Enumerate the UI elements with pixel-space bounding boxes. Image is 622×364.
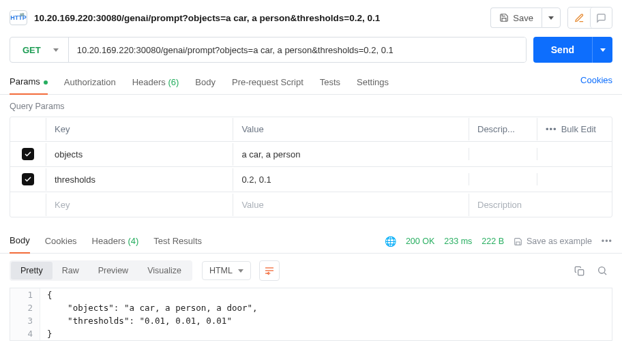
params-modified-indicator: [44, 80, 48, 85]
request-tab-title: 10.20.169.220:30080/genai/prompt?objects…: [34, 13, 484, 23]
search-response-button[interactable]: [592, 260, 612, 281]
svg-line-4: [604, 273, 606, 275]
search-icon: [597, 265, 608, 276]
column-header-key: Key: [46, 118, 233, 140]
tab-tests[interactable]: Tests: [320, 73, 340, 94]
tab-body[interactable]: Body: [195, 73, 216, 94]
send-dropdown[interactable]: [592, 37, 612, 63]
save-as-example-button[interactable]: Save as example: [514, 237, 592, 246]
headers-count: (4): [128, 236, 138, 246]
wrap-icon: [264, 266, 275, 275]
tab-authorization[interactable]: Authorization: [64, 73, 116, 94]
code-line[interactable]: {: [40, 288, 612, 301]
http-method-value: GET: [23, 45, 41, 55]
response-body-code: 1{ 2 "objects": "a car, a person, a door…: [10, 288, 612, 341]
code-line[interactable]: "thresholds": "0.01, 0.01, 0.01": [40, 314, 612, 327]
save-button-label: Save: [513, 13, 533, 23]
row-checkbox[interactable]: [22, 148, 34, 160]
edit-button[interactable]: [568, 7, 590, 28]
svg-point-3: [599, 267, 605, 273]
param-desc-input[interactable]: Description: [469, 194, 612, 216]
copy-response-button[interactable]: [569, 260, 589, 281]
save-icon: [514, 237, 522, 246]
param-value-input[interactable]: Value: [233, 194, 469, 216]
save-button-group: Save: [490, 7, 561, 28]
more-options-icon[interactable]: •••: [546, 124, 557, 134]
response-tab-cookies[interactable]: Cookies: [45, 230, 77, 253]
param-key-input[interactable]: Key: [46, 194, 233, 216]
cookies-link[interactable]: Cookies: [580, 75, 612, 92]
tab-label: Params: [10, 76, 40, 87]
tab-label: Headers: [132, 77, 166, 87]
code-line[interactable]: }: [40, 327, 612, 340]
param-key-cell[interactable]: thresholds: [46, 168, 233, 191]
table-header-row: Key Value Descrip... ••• Bulk Edit: [10, 117, 612, 142]
chevron-down-icon: [600, 48, 606, 52]
check-icon: [24, 175, 32, 183]
query-params-section-label: Query Params: [0, 95, 622, 117]
row-checkbox[interactable]: [22, 173, 34, 185]
http-method-badge: HTTP: [10, 10, 27, 25]
view-preview[interactable]: Preview: [89, 262, 138, 279]
table-row-new: Key Value Description: [10, 192, 612, 217]
response-tab-test-results[interactable]: Test Results: [153, 230, 202, 253]
request-url-input[interactable]: [69, 37, 526, 62]
view-mode-segmented: Pretty Raw Preview Visualize: [10, 260, 192, 281]
save-dropdown[interactable]: [542, 7, 561, 28]
tab-prerequest-script[interactable]: Pre-request Script: [232, 73, 303, 94]
copy-icon: [574, 266, 584, 276]
param-key-cell[interactable]: objects: [46, 143, 233, 166]
query-params-table: Key Value Descrip... ••• Bulk Edit objec…: [10, 117, 612, 217]
http-method-select[interactable]: GET: [10, 37, 69, 62]
view-raw[interactable]: Raw: [53, 262, 89, 279]
comment-icon: [596, 13, 606, 23]
param-desc-cell[interactable]: [469, 173, 537, 185]
response-language-value: HTML: [209, 266, 233, 275]
response-tab-body[interactable]: Body: [10, 230, 30, 254]
tab-headers[interactable]: Headers (6): [132, 73, 179, 94]
svg-rect-2: [578, 269, 583, 275]
table-row: thresholds 0.2, 0.1: [10, 167, 612, 192]
column-header-value: Value: [233, 118, 469, 140]
param-value-cell[interactable]: a car, a person: [233, 143, 469, 166]
save-button[interactable]: Save: [490, 7, 542, 28]
wrap-lines-button[interactable]: [259, 260, 280, 281]
globe-icon[interactable]: 🌐: [385, 236, 396, 247]
tab-settings[interactable]: Settings: [357, 73, 389, 94]
line-number: 4: [10, 327, 40, 340]
code-line[interactable]: "objects": "a car, a person, a door",: [40, 301, 612, 314]
response-status: 200 OK: [406, 237, 434, 246]
response-size: 222 B: [482, 237, 504, 246]
view-pretty[interactable]: Pretty: [11, 262, 53, 279]
send-button[interactable]: Send: [533, 37, 592, 63]
response-language-select[interactable]: HTML: [202, 261, 251, 280]
pencil-icon: [574, 13, 584, 23]
headers-count: (6): [168, 77, 179, 87]
line-number: 1: [10, 288, 40, 301]
comment-button[interactable]: [590, 7, 612, 28]
chevron-down-icon: [548, 16, 554, 20]
bulk-edit-link[interactable]: Bulk Edit: [561, 124, 596, 134]
tab-params[interactable]: Params: [10, 72, 48, 95]
chevron-down-icon: [238, 269, 243, 273]
tab-label: Headers: [92, 236, 125, 246]
view-visualize[interactable]: Visualize: [138, 262, 191, 279]
param-desc-cell[interactable]: [469, 148, 537, 160]
check-icon: [24, 150, 32, 158]
response-tab-headers[interactable]: Headers (4): [92, 230, 139, 253]
response-more-icon[interactable]: •••: [602, 237, 612, 246]
chevron-down-icon: [53, 48, 59, 52]
line-number: 3: [10, 314, 40, 327]
save-as-example-label: Save as example: [527, 237, 592, 246]
line-number: 2: [10, 301, 40, 314]
response-time: 233 ms: [444, 237, 472, 246]
param-value-cell[interactable]: 0.2, 0.1: [233, 168, 469, 191]
table-row: objects a car, a person: [10, 142, 612, 167]
column-header-description: Descrip...: [469, 118, 537, 140]
save-icon: [499, 13, 509, 22]
